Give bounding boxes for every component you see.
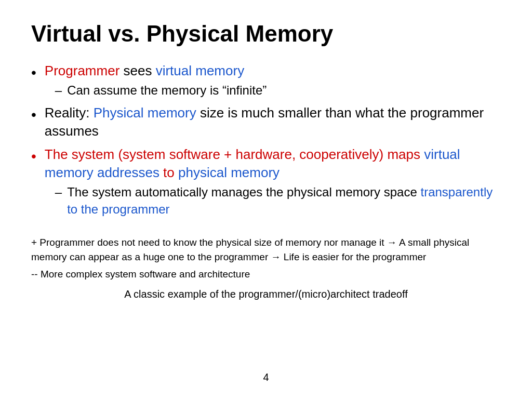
bullet-content-3: The system (system software + hardware, … — [45, 145, 501, 218]
note-minus: -- More complex system software and arch… — [31, 267, 501, 282]
sub-text-1-1: Can assume the memory is “infinite” — [67, 82, 267, 99]
bullet-2-reality: Reality: — [45, 105, 94, 121]
bullet-content-2: Reality: Physical memory size is much sm… — [45, 104, 501, 140]
bullet-dot-1: • — [31, 63, 36, 83]
sub-text-3-1: The system automatically manages the phy… — [67, 184, 501, 218]
sub-text-3-1-transparent: transparently to the programmer — [67, 185, 493, 216]
note-plus: + Programmer does not need to know the p… — [31, 235, 501, 264]
bullet-3-middle: (system software + hardware, cooperative… — [114, 147, 424, 162]
bullet-3-physical-memory: physical memory — [178, 165, 280, 180]
bullet-1-virtual-memory: virtual memory — [156, 63, 244, 78]
bullet-content-1: Programmer sees virtual memory – Can ass… — [45, 62, 501, 99]
sub-dash-1-1: – — [55, 82, 62, 99]
bullet-list: • Programmer sees virtual memory – Can a… — [31, 62, 501, 223]
slide-title: Virtual vs. Physical Memory — [31, 21, 501, 47]
bullet-dot-3: • — [31, 147, 36, 166]
slide: Virtual vs. Physical Memory • Programmer… — [0, 0, 532, 399]
sub-bullet-3-1: – The system automatically manages the p… — [55, 184, 501, 218]
bullet-1-sees: sees — [119, 63, 155, 78]
bullet-3-to: to — [159, 165, 178, 180]
bullet-item-1: • Programmer sees virtual memory – Can a… — [31, 62, 501, 99]
slide-content: • Programmer sees virtual memory – Can a… — [31, 62, 501, 367]
bottom-notes: + Programmer does not need to know the p… — [31, 235, 501, 302]
bullet-2-physical-memory: Physical memory — [94, 105, 196, 121]
bullet-dot-2: • — [31, 105, 36, 125]
classic-example: A classic example of the programmer/(mic… — [31, 287, 501, 302]
sub-bullet-1-1: – Can assume the memory is “infinite” — [55, 82, 501, 99]
bullet-3-the-system: The system — [45, 147, 114, 162]
bullet-1-programmer: Programmer — [45, 63, 119, 78]
bullet-item-2: • Reality: Physical memory size is much … — [31, 104, 501, 140]
sub-dash-3-1: – — [55, 184, 62, 201]
page-number: 4 — [31, 367, 501, 383]
bullet-item-3: • The system (system software + hardware… — [31, 145, 501, 218]
